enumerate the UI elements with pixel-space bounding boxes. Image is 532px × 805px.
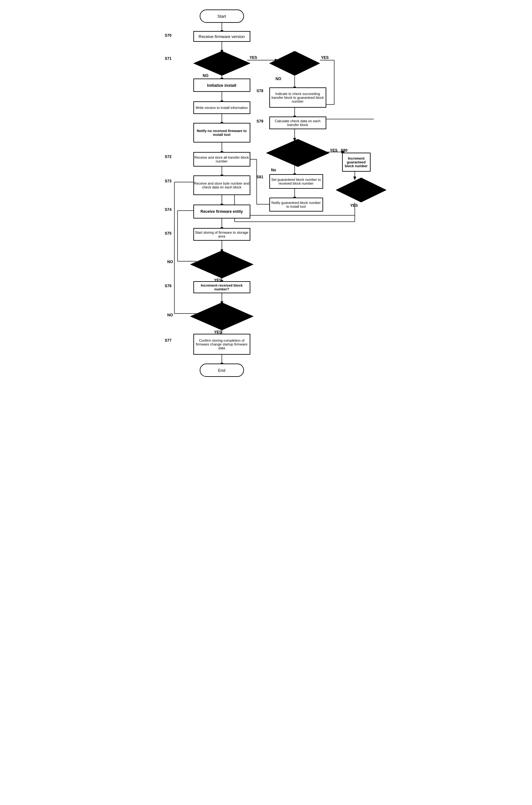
- received-no-label: NO: [276, 77, 281, 81]
- flowchart: Start S70 Receive firmware version S71 D…: [158, 6, 374, 766]
- s75-text: Start storing of firmware to storage are…: [194, 231, 250, 238]
- s80-text: Increment guaranteed block number: [343, 157, 370, 168]
- s74-text: Receive firmware entity: [200, 209, 243, 214]
- label-s73: S73: [165, 179, 172, 183]
- s81-node: Set guaranteed block number to received …: [269, 174, 323, 189]
- start-node: Start: [200, 10, 244, 23]
- s77-node: Confirm storing-completion of firmware c…: [193, 334, 250, 355]
- label-s78: S78: [256, 89, 263, 93]
- notify-node: Notify no received firmware to install t…: [193, 123, 250, 143]
- write-version-text: Write version to install information: [195, 106, 248, 110]
- s79-text: Calculate check data on each transfer bl…: [270, 119, 326, 127]
- end-label: End: [218, 368, 225, 373]
- s73-node: Receive and store byte number and check …: [193, 176, 250, 195]
- check-yes-label: YES: [330, 148, 338, 153]
- s75-node: Start storing of firmware to storage are…: [193, 228, 250, 241]
- s76-no-label: NO: [167, 313, 173, 317]
- s80-node: Increment guaranteed block number: [342, 153, 370, 172]
- is-final-diamond: Is final receivedblock?: [336, 177, 386, 203]
- label-s75: S75: [165, 231, 172, 236]
- write-version-node: Write version to install information: [193, 101, 250, 114]
- label-s72: S72: [165, 154, 172, 159]
- s73-text: Receive and store byte number and check …: [194, 181, 250, 189]
- s79-node: Calculate check data on each transfer bl…: [269, 116, 326, 129]
- check-data-diamond: Is check datacorrect: [266, 139, 329, 167]
- s70-text: Receive firmware version: [199, 34, 245, 39]
- s81-text: Set guaranteed block number to received …: [270, 178, 323, 185]
- label-s74: S74: [165, 207, 172, 212]
- received-yes-label: YES: [321, 55, 329, 60]
- s76-text: Increment received block number?: [194, 283, 250, 291]
- s78-text: Indicate to check succeeding transfer bl…: [270, 92, 326, 103]
- label-s76: S76: [165, 284, 172, 288]
- s71-no-label: NO: [203, 73, 209, 78]
- notify-text: Notify no received firmware to install t…: [194, 129, 250, 136]
- label-s79: S79: [256, 119, 263, 124]
- s76-diamond: Is completedreception of alltransfer blo…: [190, 302, 253, 331]
- label-s77: S77: [165, 338, 172, 343]
- s71-yes-label: YES: [250, 55, 257, 60]
- initialize-text: Initialize install: [207, 83, 236, 88]
- s75-no-label: NO: [167, 260, 173, 264]
- initialize-node: Initialize install: [193, 78, 250, 92]
- s71-diamond: Does it existin printer?: [193, 51, 250, 76]
- received-block-diamond: Received blocknumber = 0?: [269, 51, 320, 76]
- is-final-text: Is final receivedblock?: [349, 186, 373, 195]
- s72-node: Receive and store all transfer block num…: [193, 152, 250, 167]
- label-s71: S71: [165, 56, 172, 61]
- notify-guaranteed-node: Notify guaranteed block number to instal…: [269, 198, 323, 212]
- notify-guaranteed-text: Notify guaranteed block number to instal…: [270, 201, 323, 208]
- final-yes-label: YES: [350, 203, 358, 208]
- s71-text: Does it existin printer?: [211, 58, 232, 68]
- received-block-text: Received blocknumber = 0?: [282, 58, 307, 68]
- label-s81: S81: [256, 175, 263, 179]
- s77-text: Confirm storing-completion of firmware c…: [194, 339, 250, 350]
- s76-diamond-text: Is completedreception of alltransfer blo…: [210, 310, 233, 323]
- check-data-text: Is check datacorrect: [287, 148, 308, 158]
- label-s80: S80: [341, 148, 347, 153]
- end-node: End: [200, 364, 244, 377]
- start-label: Start: [217, 14, 226, 19]
- s75-diamond: Is completedreception of thistransfer bl…: [190, 250, 253, 279]
- s72-text: Receive and store all transfer block num…: [194, 155, 250, 163]
- s78-node: Indicate to check succeeding transfer bl…: [269, 87, 326, 108]
- check-no-label: No: [271, 168, 276, 172]
- s70-node: Receive firmware version: [193, 31, 250, 42]
- s74-node: Receive firmware entity: [193, 205, 250, 219]
- s75-diamond-text: Is completedreception of thistransfer bl…: [209, 258, 234, 271]
- label-s70: S70: [165, 33, 172, 38]
- arrow-lines: [158, 6, 374, 766]
- s76-node: Increment received block number?: [193, 281, 250, 293]
